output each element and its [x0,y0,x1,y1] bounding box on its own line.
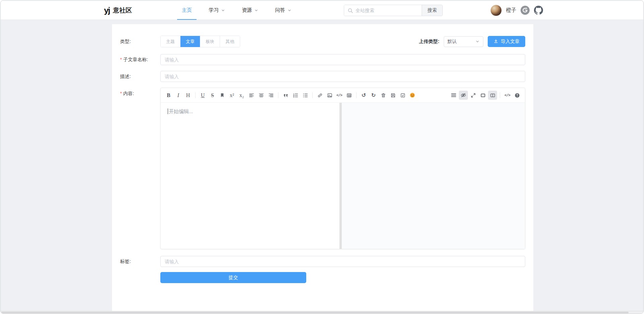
italic-icon[interactable]: I [174,91,183,100]
type-option-topic[interactable]: 主题 [161,36,180,47]
import-article-label: 导入文章 [501,39,520,45]
redo-icon[interactable]: ↻ [369,91,378,100]
gitee-icon[interactable] [521,6,530,15]
table-icon[interactable] [344,91,354,100]
bookmark-icon[interactable] [218,91,227,100]
link-icon[interactable] [315,91,324,100]
preview-off-icon[interactable] [459,91,468,100]
chevron-down-icon [475,39,480,44]
upload-type-select[interactable]: 默认 [444,36,483,47]
markdown-editor: B I H U S x² x₂ [160,88,525,249]
site-search: 搜索 [344,5,443,16]
type-option-board[interactable]: 板块 [200,36,220,47]
editor-toolbar: B I H U S x² x₂ [161,88,525,103]
task-check-icon[interactable] [398,91,407,100]
description-input[interactable] [160,71,525,82]
quote-icon[interactable] [281,91,290,100]
browser-viewport: yj 意社区 主页 学习 资源 问答 搜索 [0,0,644,314]
fullscreen-icon[interactable] [469,91,478,100]
tags-row: 标签: [120,256,525,267]
brand-title: 意社区 [113,6,132,15]
superscript-icon[interactable]: x² [227,91,236,100]
submit-row: 提交 [120,272,525,283]
nav-label: 主页 [182,7,192,13]
label-text: 子文章名称: [123,57,148,62]
subscript-icon[interactable]: x₂ [237,91,246,100]
code-block-icon[interactable]: </> [335,91,344,100]
tags-input[interactable] [160,256,525,267]
tags-label: 标签: [120,259,160,265]
chevron-down-icon [221,8,225,12]
source-code-icon[interactable]: </> [503,91,512,100]
type-option-other[interactable]: 其他 [220,36,240,47]
heading-icon[interactable]: H [183,91,193,100]
trash-icon[interactable] [379,91,388,100]
image-icon[interactable] [325,91,334,100]
align-right-icon[interactable] [266,91,275,100]
chevron-down-icon [287,8,291,12]
ordered-list-icon[interactable] [291,91,300,100]
strikethrough-icon[interactable]: S [208,91,217,100]
description-row: 描述: [120,71,525,82]
user-area: 橙子 [490,1,543,20]
nav-item-home[interactable]: 主页 [182,1,192,20]
required-mark: * [120,57,122,62]
nav-item-learn[interactable]: 学习 [209,1,225,20]
article-name-label: *子文章名称: [120,57,160,63]
content-row: *内容: B I H U S x² x₂ [120,88,525,249]
submit-button[interactable]: 提交 [160,272,306,283]
help-icon[interactable] [513,91,522,100]
nav-label: 学习 [209,7,219,13]
upload-type-label: 上传类型: [419,39,439,45]
editor-preview-pane [342,103,525,249]
type-label: 类型: [120,39,160,45]
toolbar-divider [312,92,313,98]
undo-icon[interactable]: ↺ [359,91,368,100]
avatar[interactable] [490,5,502,16]
select-value: 默认 [447,39,457,45]
import-article-button[interactable]: 导入文章 [488,36,525,47]
download-icon [493,39,498,45]
search-button[interactable]: 搜索 [422,5,442,16]
search-input[interactable] [344,5,422,16]
underline-icon[interactable]: U [198,91,207,100]
emoji-icon[interactable] [408,91,417,100]
search-icon [347,8,353,15]
type-option-article[interactable]: 文章 [180,36,200,47]
header: yj 意社区 主页 学习 资源 问答 搜索 [1,1,643,20]
content-label: *内容: [120,91,160,97]
bold-icon[interactable]: B [164,91,173,100]
editor-split-handle[interactable] [339,103,342,249]
text-cursor [168,108,168,114]
horizontal-scrollbar[interactable] [1,311,643,313]
toolbar-divider [356,92,357,98]
username[interactable]: 橙子 [506,7,516,13]
toolbar-divider [195,92,196,98]
label-text: 内容: [123,91,134,96]
preview-icon[interactable] [478,91,487,100]
menu-icon[interactable] [449,91,458,100]
editor-placeholder: 开始编辑... [169,108,193,114]
save-icon[interactable] [388,91,397,100]
type-row: 类型: 主题 文章 板块 其他 上传类型: 默认 导入文章 [120,36,525,47]
align-center-icon[interactable] [257,91,266,100]
align-left-icon[interactable] [247,91,256,100]
editor-input-pane[interactable]: 开始编辑... [161,103,339,249]
toolbar-divider [500,92,500,98]
description-label: 描述: [120,74,160,80]
nav-item-qa[interactable]: 问答 [275,1,291,20]
scrollbar-thumb[interactable] [1,312,629,313]
brand[interactable]: yj 意社区 [104,1,132,20]
logo-icon: yj [104,6,110,14]
article-name-input[interactable] [160,54,525,65]
nav-label: 资源 [242,7,252,13]
github-icon[interactable] [534,6,543,15]
main-nav: 主页 学习 资源 问答 [182,1,291,20]
required-mark: * [120,91,122,96]
unordered-list-icon[interactable] [301,91,310,100]
nav-label: 问答 [275,7,285,13]
split-view-icon[interactable] [488,91,497,100]
chevron-down-icon [254,8,258,12]
post-form-card: 类型: 主题 文章 板块 其他 上传类型: 默认 导入文章 [112,24,533,313]
nav-item-resources[interactable]: 资源 [242,1,258,20]
